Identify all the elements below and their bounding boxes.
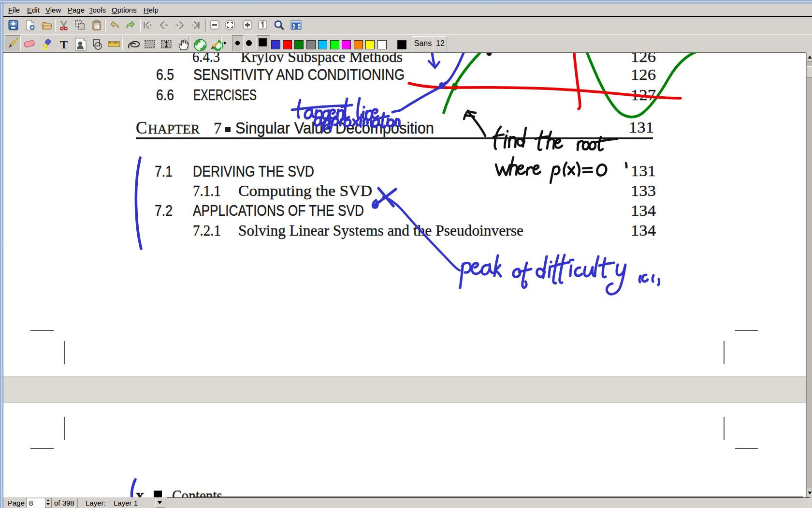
svg-text:Singular Value Decomposition: Singular Value Decomposition [235, 119, 434, 137]
svg-text:6.6: 6.6 [156, 87, 174, 104]
svg-text:C: C [136, 119, 147, 137]
svg-text:134: 134 [631, 222, 656, 239]
svg-text:x: x [136, 486, 144, 497]
svg-text:T: T [60, 39, 68, 50]
svg-text:6.4.3: 6.4.3 [192, 53, 220, 65]
svg-text:6.5: 6.5 [156, 66, 174, 83]
svg-text:131: 131 [631, 162, 656, 179]
svg-text:EXERCISES: EXERCISES [193, 87, 257, 104]
svg-text:126: 126 [631, 66, 656, 83]
svg-text:7.1: 7.1 [155, 163, 173, 180]
svg-text:7.2: 7.2 [155, 202, 173, 219]
svg-text:Contents: Contents [172, 487, 222, 497]
svg-text:131: 131 [629, 119, 654, 136]
svg-text:Solving Linear Systems and the: Solving Linear Systems and the Pseudoinv… [238, 222, 523, 239]
svg-text:Krylov Subspace Methods: Krylov Subspace Methods [241, 53, 403, 65]
svg-text:SENSITIVITY AND CONDITIONING: SENSITIVITY AND CONDITIONING [193, 66, 405, 83]
svg-text:7: 7 [214, 120, 222, 137]
svg-text:126: 126 [631, 53, 656, 65]
svg-text:7.2.1: 7.2.1 [193, 222, 221, 239]
svg-text:HAPTER: HAPTER [148, 122, 200, 136]
svg-text:APPLICATIONS OF THE SVD: APPLICATIONS OF THE SVD [193, 202, 364, 219]
svg-text:7.1.1: 7.1.1 [193, 182, 221, 199]
svg-text:133: 133 [631, 182, 656, 199]
svg-text:Computing the SVD: Computing the SVD [238, 182, 372, 199]
svg-text:134: 134 [631, 202, 656, 219]
svg-text:DERIVING THE SVD: DERIVING THE SVD [193, 163, 314, 180]
